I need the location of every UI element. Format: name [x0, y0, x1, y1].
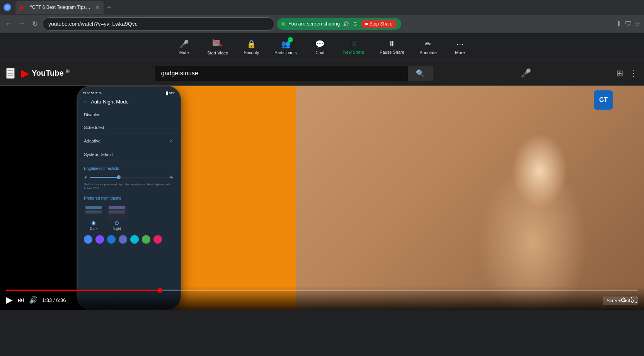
youtube-header: ☰ ▶ YouTube IN 🔍 🎤 ⊞ ⋮	[0, 61, 644, 86]
menu-item-adaptive: Adaptive ✓	[78, 134, 180, 148]
menu-item-system-default: System Default	[78, 148, 180, 161]
youtube-country: IN	[66, 69, 70, 73]
participants-icon-wrap: 👥 1	[281, 39, 291, 49]
pause-share-button[interactable]: ⏸ Pause Share	[372, 33, 412, 61]
adaptive-checkmark: ✓	[169, 138, 174, 144]
chat-icon: 💬	[315, 39, 325, 49]
browser-toolbar: ← → ↻ youtube.com/watch?v=yv_Lwka9Qvc Yo…	[0, 15, 644, 33]
toolbar-right: ⬇ 🛡 ☆	[616, 20, 641, 28]
brightness-high-icon: ☀	[169, 175, 174, 180]
progress-thumb	[158, 288, 162, 293]
annotate-icon: ✏	[425, 39, 431, 49]
menu-item-scheduled-text: Scheduled	[84, 125, 104, 130]
security-button[interactable]: 🔒 Security	[236, 33, 267, 61]
color-dots	[78, 231, 180, 248]
start-video-label: Start Video	[207, 51, 228, 55]
stop-share-button[interactable]: ■ Stop Share	[361, 20, 396, 28]
chat-label: Chat	[315, 50, 324, 55]
tab-favicon: ▶	[20, 4, 26, 10]
chat-button[interactable]: 💬 Chat	[305, 33, 336, 61]
youtube-mic-button[interactable]: 🎤	[521, 68, 531, 78]
address-bar[interactable]: youtube.com/watch?v=yv_Lwka9Qvc	[43, 17, 274, 31]
color-dot-indigo	[119, 235, 127, 244]
phone-battery: █ 91%	[166, 92, 175, 95]
youtube-search-bar: 🔍	[155, 66, 433, 81]
brightness-row: ☀ ☀	[78, 175, 180, 180]
tab-close-button[interactable]: ×	[96, 4, 99, 10]
youtube-header-right: ⊞ ⋮	[616, 68, 638, 78]
night-theme-bar	[109, 206, 125, 209]
total-time: 6:36	[56, 297, 66, 303]
youtube-search-input[interactable]	[155, 70, 408, 77]
youtube-more-button[interactable]: ⋮	[629, 68, 638, 78]
color-dot-darkblue	[107, 235, 116, 244]
new-share-icon: 🖥	[350, 39, 358, 48]
phone-brightness-section: Brightness threshold	[78, 163, 180, 175]
youtube-search-button[interactable]: 🔍	[408, 66, 433, 81]
browser-chrome: ▶ #GTT 6 Best Telegram Tips, Tricks an ×…	[0, 0, 644, 61]
video-area[interactable]: 23:36:59 91% █ 91% ← Auto-Night Mode Dis…	[0, 86, 644, 310]
dark-theme-bar	[85, 206, 102, 209]
color-dot-green	[142, 235, 150, 244]
new-share-label: New Share	[343, 50, 364, 54]
bookmark-icon[interactable]: ☆	[635, 20, 641, 28]
phone-screen: 23:36:59 91% █ 91% ← Auto-Night Mode Dis…	[78, 87, 180, 309]
dark-radio	[92, 221, 95, 225]
reload-button[interactable]: ↻	[29, 19, 40, 29]
tab-title: #GTT 6 Best Telegram Tips, Tricks an	[29, 5, 91, 10]
security-meet-icon: 🔒	[247, 39, 256, 49]
volume-button[interactable]: 🔊	[29, 296, 37, 304]
dark-theme-label: Dark	[90, 227, 97, 231]
svg-rect-2	[213, 40, 220, 46]
participants-label: Participants	[274, 50, 296, 55]
security-icon[interactable]: 🛡	[625, 20, 632, 28]
dark-theme-bar2	[85, 210, 102, 214]
brightness-low-icon: ☀	[84, 175, 88, 180]
youtube-logo-icon: ▶	[21, 67, 29, 80]
active-tab[interactable]: ▶ #GTT 6 Best Telegram Tips, Tricks an ×	[15, 1, 104, 14]
phone-menu-items: Disabled Scheduled Adaptive ✓ System Def…	[78, 107, 180, 163]
stop-icon: ■	[365, 21, 368, 27]
theme-options: Dark Night	[78, 204, 180, 231]
video-progress-bar[interactable]	[6, 290, 638, 291]
start-video-button[interactable]: Start Video	[199, 33, 236, 61]
color-dot-pink	[153, 235, 162, 244]
participants-button[interactable]: 👥 1 Participants	[267, 33, 304, 61]
pause-share-label: Pause Share	[380, 50, 404, 54]
forward-button[interactable]: →	[16, 19, 27, 29]
next-button[interactable]: ⏭	[17, 296, 24, 304]
night-theme-bar2	[109, 210, 125, 214]
brightness-thumb	[117, 175, 121, 179]
phone-mockup: 23:36:59 91% █ 91% ← Auto-Night Mode Dis…	[77, 86, 181, 310]
audio-icon: 🔊	[343, 21, 349, 27]
progress-fill	[6, 290, 158, 291]
annotate-button[interactable]: ✏ Annotate	[412, 33, 445, 61]
menu-item-scheduled: Scheduled	[78, 121, 180, 134]
sharing-status-text: You are screen sharing	[288, 21, 340, 27]
channel-logo: GT	[594, 90, 613, 110]
brightness-fill	[90, 177, 117, 178]
video-controls: ▶ ⏭ 🔊 1:33 / 6:36 ⚙ ⛶	[0, 286, 644, 310]
play-button[interactable]: ▶	[6, 295, 13, 305]
more-icon: ⋯	[456, 39, 464, 49]
new-tab-button[interactable]: +	[107, 3, 111, 12]
brightness-track	[90, 177, 167, 178]
browser-icon	[3, 3, 12, 12]
person-area: GT	[296, 86, 644, 310]
back-button[interactable]: ←	[3, 19, 14, 29]
phone-outer: 23:36:59 91% █ 91% ← Auto-Night Mode Dis…	[77, 86, 181, 310]
youtube-apps-button[interactable]: ⊞	[616, 68, 623, 78]
youtube-logo[interactable]: ▶ YouTube IN	[21, 67, 70, 80]
more-button[interactable]: ⋯ More	[445, 33, 475, 61]
new-share-button[interactable]: 🖥 New Share	[336, 33, 372, 61]
tab-bar: ▶ #GTT 6 Best Telegram Tips, Tricks an ×…	[0, 0, 644, 15]
youtube-menu-button[interactable]: ☰	[6, 68, 15, 79]
sharing-indicator	[281, 22, 285, 26]
theme-option-night: Night	[107, 204, 126, 231]
dark-theme-preview	[84, 204, 103, 220]
mute-button[interactable]: 🎤 Mute	[169, 33, 199, 61]
brightness-section-title: Brightness threshold	[84, 166, 174, 171]
menu-item-disabled: Disabled	[78, 108, 180, 121]
channel-logo-text: GT	[599, 97, 608, 103]
download-icon[interactable]: ⬇	[616, 20, 622, 28]
